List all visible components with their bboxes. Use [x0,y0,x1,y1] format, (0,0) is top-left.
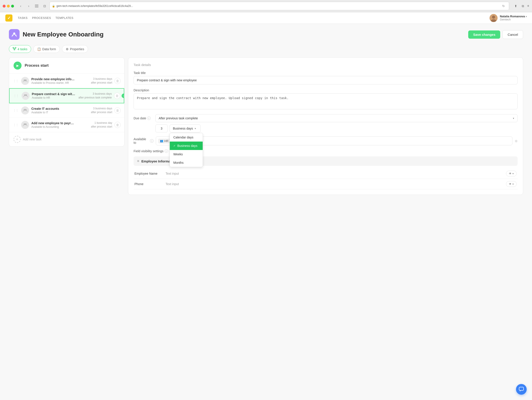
due-date-info-icon[interactable]: i [147,116,151,120]
phone-field-value: Text input [165,182,506,186]
task-name: Add new employee to payr… [31,121,89,125]
chevron-down-icon: ▾ [513,117,514,120]
main-layout: ▶ Process start ⋮⋮ [9,57,523,195]
description-group: Description [133,89,518,110]
dropdown-item-calendar-days[interactable]: Calendar days [170,133,203,142]
dropdown-item-months[interactable]: Months [170,159,203,167]
app-logo: ✓ [5,14,13,22]
tags-input[interactable]: 👥 HR × [156,136,513,145]
due-date-number-input[interactable] [155,124,168,133]
tab-tasks[interactable]: 4 tasks [9,45,31,53]
right-panel: Task details Task title Description Due … [128,57,523,195]
task-title-input[interactable] [133,76,518,84]
phone-visibility-button[interactable]: 👁 ▾ [506,181,517,187]
minimize-traffic-light[interactable] [7,5,10,7]
tags-clear-button[interactable]: ⊗ [515,139,518,143]
tabs-row: 4 tasks 📋 Data form ⚙ Properties [9,45,523,53]
drag-handle[interactable]: ⋮⋮ [13,108,19,112]
task-timing: 3 business days after process start [91,107,112,114]
lock-icon: 🔒 [52,5,55,7]
expand-button[interactable]: ⊡ [42,3,48,9]
chevron-down-icon: ▾ [513,172,514,175]
user-section: Natalia Romanova › Gemtech [490,14,527,22]
process-icon [9,29,19,40]
delete-task-4-button[interactable]: 🗑 [114,122,121,128]
chat-button[interactable] [516,384,527,395]
tasks-container: ▶ Process start ⋮⋮ [9,57,124,147]
description-textarea[interactable] [133,93,518,109]
forward-button[interactable]: › [25,3,32,9]
new-window-button[interactable]: ⧉ [520,3,526,9]
task-title-label: Task title [133,71,518,75]
due-date-sub-row: Business days ▾ Calendar days ✓ Business… [155,124,518,133]
dropdown-item-business-days[interactable]: ✓ Business days [170,142,203,150]
task-avatar [22,92,30,100]
delete-task-1-button[interactable]: 🗑 [114,78,121,84]
task-row[interactable]: ⋮⋮ Add new employee to payr… Available t… [9,118,124,132]
tab-data-form[interactable]: 📋 Data form [33,45,60,53]
description-label: Description [133,89,518,92]
task-details-title: Task details [133,63,518,67]
dropdown-item-weeks[interactable]: Weeks [170,150,203,159]
task-timing: 1 business day after process start [91,121,112,129]
available-to-info-icon[interactable]: i [150,139,153,143]
back-button[interactable]: ‹ [18,3,24,9]
days-dropdown[interactable]: Business days ▾ [170,124,201,133]
tag-label: HR [164,139,168,143]
svg-point-11 [14,49,15,50]
field-visibility-info-icon[interactable]: i [165,149,168,153]
delete-task-2-button[interactable]: 🗑 [114,93,120,99]
due-date-row: Due date i After previous task complete … [133,114,518,122]
due-date-dropdown[interactable]: After previous task complete ▾ [155,114,518,122]
task-name: Prepare contract & sign wit… [32,92,76,96]
address-bar[interactable]: 🔒 gem-tech.metawork.io/templates/fe59a32… [50,2,509,10]
add-tab-button[interactable]: + [527,3,529,9]
svg-rect-22 [519,387,524,390]
cancel-button[interactable]: Cancel [502,30,523,39]
page-title-left: New Employee Onboarding [9,29,104,40]
save-changes-button[interactable]: Save changes [468,31,500,39]
task-assignee: Available to Accounting [31,125,89,128]
employee-name-field-label: Employee Name [134,172,165,175]
task-info: Create IT accounts Available to IT [31,107,89,114]
drag-handle[interactable]: ⋮⋮ [13,79,19,83]
drag-handle[interactable]: ⋮⋮ [13,123,19,127]
data-form-tab-icon: 📋 [37,47,41,51]
task-timing: 3 business days after process start [91,77,112,85]
page-actions: Save changes Cancel [468,30,523,39]
sidebar-toggle-button[interactable] [34,3,40,9]
maximize-traffic-light[interactable] [11,5,14,7]
check-mark-icon: ✓ [173,144,176,147]
drag-handle[interactable]: ⋮⋮ [13,94,19,98]
reload-button[interactable]: ↻ [500,3,507,9]
calendar-days-label: Calendar days [173,136,193,139]
nav-processes[interactable]: PROCESSES [32,16,51,19]
tab-properties[interactable]: ⚙ Properties [62,45,88,53]
task-row[interactable]: ⋮⋮ Provide new employee info… Available … [9,74,124,88]
svg-point-10 [15,47,16,48]
employee-name-visibility-button[interactable]: 👁 ▾ [506,171,517,177]
play-icon: ▶ [13,62,22,70]
browser-chrome: ‹ › ⊡ 🔒 gem-tech.metawork.io/templates/f… [0,0,532,12]
add-task-row[interactable]: + Add new task [9,132,124,146]
task-avatar [21,77,29,85]
task-row-selected[interactable]: ⋮⋮ Prepare contract & sign wit… Availabl… [9,88,124,103]
svg-point-7 [12,35,13,36]
avatar [490,14,498,22]
svg-line-13 [14,48,16,49]
field-visibility-label: Field visibility settings [133,149,164,153]
delete-task-3-button[interactable]: 🗑 [114,107,121,114]
close-traffic-light[interactable] [3,5,6,7]
task-timing: 3 business days after previous task comp… [78,92,112,100]
task-row[interactable]: ⋮⋮ Create IT accounts Available to IT [9,103,124,118]
app-header: ✓ TASKS PROCESSES TEMPLATES Natalia Roma… [0,12,532,24]
svg-line-12 [13,48,14,49]
traffic-lights [3,5,14,7]
nav-templates[interactable]: TEMPLATES [56,16,74,19]
share-button[interactable]: ⬆ [513,3,519,9]
nav-tasks[interactable]: TASKS [18,16,28,19]
task-info: Add new employee to payr… Available to A… [31,121,89,128]
chevron-down-icon: ▾ [195,127,196,130]
months-label: Months [173,161,184,165]
task-avatar [21,107,29,114]
